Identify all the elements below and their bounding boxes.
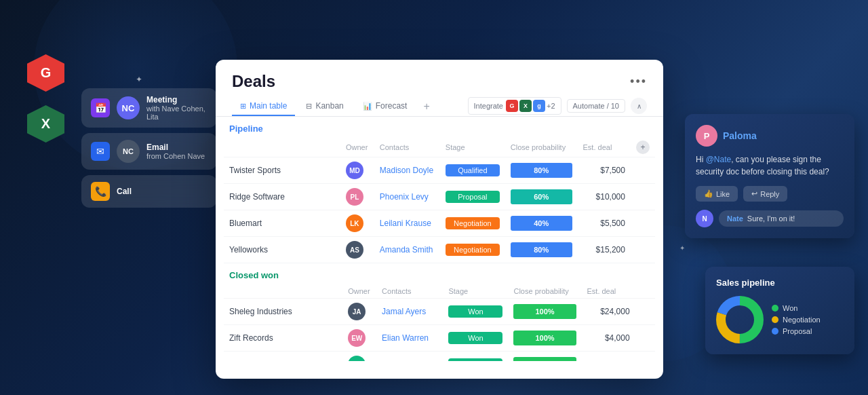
row-action-cell (631, 184, 655, 210)
contact-link[interactable]: Elian Warren (382, 333, 429, 343)
owner-avatar: SS (348, 356, 366, 361)
owner-cell: EW (342, 325, 376, 352)
probability-cell: 100% (508, 325, 581, 352)
contact-cell[interactable]: Phoenix Levy (374, 184, 440, 210)
tab-main-table[interactable]: ⊞ Main table (232, 97, 295, 116)
probability-bar: 100% (513, 304, 576, 319)
est-deal-cell: $15,200 (578, 237, 631, 263)
email-avatar: NC (117, 140, 140, 163)
notification-panel: 📅 NC Meeting with Nave Cohen, Lita ✉ NC … (81, 88, 217, 208)
sales-pipeline-title: Sales pipeline (716, 278, 844, 288)
contact-link[interactable]: Leilani Krause (380, 219, 431, 228)
legend-negotiation: Negotiation (772, 316, 821, 324)
contact-cell[interactable]: Leilani Krause (374, 210, 440, 237)
integrate-icons: G X g +2 (506, 100, 555, 112)
email-notification[interactable]: ✉ NC Email from Cohen Nave (81, 133, 217, 170)
owner-cell: AS (340, 237, 374, 263)
add-tab-button[interactable]: + (418, 96, 435, 117)
contact-link[interactable]: Jamal Ayers (382, 307, 426, 316)
contact-link[interactable]: Sam Spillberg (382, 360, 433, 361)
deal-name-cell: Zift Records (224, 325, 342, 352)
owner-avatar: JA (348, 303, 366, 320)
legend-won-label: Won (783, 304, 797, 312)
contact-link[interactable]: Phoenix Levy (380, 192, 429, 202)
automate-button[interactable]: Automate / 10 (567, 99, 626, 113)
contact-cell[interactable]: Sam Spillberg (376, 352, 443, 362)
table-icon: ⊞ (240, 102, 246, 111)
reply-label: Reply (760, 190, 779, 198)
integrate-count: +2 (547, 102, 555, 110)
est-deal-cell: $18,100 (582, 352, 635, 362)
page-title: Deals (232, 72, 275, 91)
tab-bar: ⊞ Main table ⊟ Kanban 📊 Forecast + Integ… (216, 91, 663, 117)
chat-user-header: P Paloma (696, 125, 844, 147)
col-owner: Owner (340, 138, 374, 157)
row-action-cell (631, 157, 655, 184)
probability-bar: 60% (511, 189, 572, 204)
contact-link[interactable]: Amanda Smith (380, 245, 433, 255)
probability-bar: 100% (513, 357, 576, 361)
more-options-button[interactable]: ••• (630, 75, 647, 89)
tab-forecast[interactable]: 📊 Forecast (355, 97, 416, 116)
tab-main-table-label: Main table (250, 101, 287, 111)
col-cw-close-prob: Close probability (508, 284, 581, 299)
row-action-cell (635, 352, 655, 362)
stage-badge: Won (448, 332, 502, 344)
pipeline-chart-content: Won Negotiation Proposal (716, 296, 844, 343)
add-pipeline-row-button[interactable]: + (636, 140, 650, 154)
pipeline-donut-chart (716, 296, 764, 343)
stage-badge: Won (448, 305, 502, 318)
automate-label: Automate / 10 (573, 102, 620, 110)
meeting-title: Meeting (146, 95, 208, 105)
gmail-integrate-icon: G (506, 100, 518, 112)
contact-cell[interactable]: Elian Warren (376, 325, 443, 352)
legend-proposal-label: Proposal (783, 327, 812, 335)
like-label: Like (716, 190, 730, 198)
deal-name-cell: Twister Sports (224, 157, 340, 184)
collapse-button[interactable]: ∧ (631, 98, 647, 114)
pipeline-section-title: Pipeline (229, 124, 263, 134)
row-action-cell (635, 325, 655, 352)
contact-cell[interactable]: Madison Doyle (374, 157, 440, 184)
est-deal-cell: $24,000 (582, 299, 635, 325)
like-button[interactable]: 👍 Like (696, 186, 738, 202)
crm-header: Deals ••• (216, 60, 663, 91)
sales-pipeline-panel: Sales pipeline Won Negotiation (705, 267, 854, 354)
col-cw-owner: Owner (342, 284, 376, 299)
table-row: Yelloworks AS Amanda Smith Negotiation 8… (224, 237, 655, 263)
table-row: Ridge Software PL Phoenix Levy Proposal … (224, 184, 655, 210)
integrate-button[interactable]: Integrate G X g +2 (468, 97, 561, 115)
table-row: Sheleg Industries JA Jamal Ayers Won 100… (224, 299, 655, 325)
meeting-subtitle: with Nave Cohen, Lita (146, 105, 208, 121)
stage-cell: Negotiation (440, 237, 505, 263)
excel-integrate-icon: X (519, 100, 532, 112)
owner-avatar: PL (346, 188, 363, 206)
contact-cell[interactable]: Amanda Smith (374, 237, 440, 263)
contact-link[interactable]: Madison Doyle (380, 166, 433, 175)
col-cw-deal-name (224, 284, 342, 299)
tab-forecast-label: Forecast (376, 101, 408, 111)
crm-body: Pipeline Owner Contacts Stage Close prob… (216, 117, 663, 361)
email-icon: ✉ (91, 142, 110, 161)
contact-cell[interactable]: Jamal Ayers (376, 299, 443, 325)
sparkle-icon: ✦ (136, 75, 142, 84)
legend-proposal: Proposal (772, 327, 821, 335)
owner-avatar: MD (346, 162, 363, 179)
email-subtitle: from Cohen Nave (146, 152, 208, 160)
negotiation-dot (772, 316, 778, 323)
call-notification[interactable]: 📞 Call (81, 175, 217, 208)
pipeline-legend: Won Negotiation Proposal (772, 304, 821, 335)
est-deal-cell: $7,500 (578, 157, 631, 184)
email-content: Email from Cohen Nave (146, 143, 208, 160)
table-row: Zift Records EW Elian Warren Won 100% $4… (224, 325, 655, 352)
probability-cell: 40% (505, 210, 578, 237)
meeting-notification[interactable]: 📅 NC Meeting with Nave Cohen, Lita (81, 88, 217, 128)
reply-button[interactable]: ↩ Reply (743, 186, 787, 202)
owner-avatar: AS (346, 241, 363, 259)
est-deal-cell: $4,000 (582, 325, 635, 352)
owner-cell: LK (340, 210, 374, 237)
owner-cell: JA (342, 299, 376, 325)
probability-cell: 100% (508, 299, 581, 325)
tab-kanban[interactable]: ⊟ Kanban (298, 97, 351, 116)
est-deal-cell: $5,500 (578, 210, 631, 237)
